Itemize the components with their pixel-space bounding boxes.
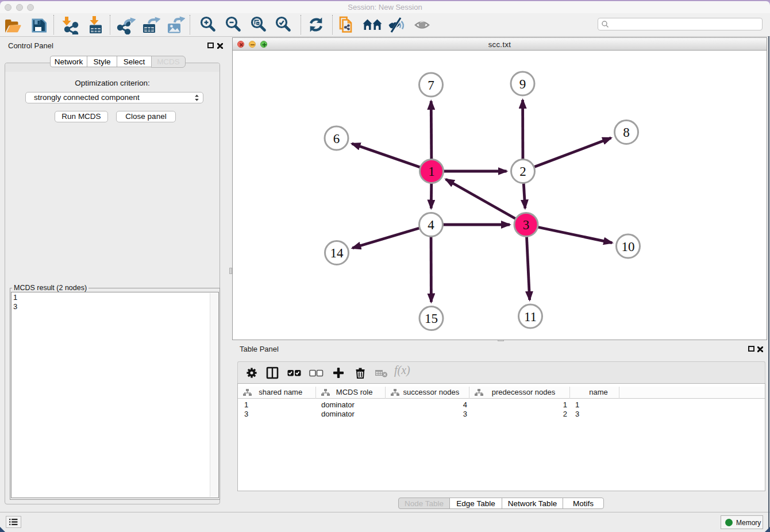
svg-text:15: 15 <box>425 311 438 326</box>
svg-text:4: 4 <box>428 218 434 232</box>
svg-text:3: 3 <box>523 218 530 232</box>
svg-text:10: 10 <box>622 240 635 254</box>
svg-text:14: 14 <box>330 246 344 260</box>
svg-text:2: 2 <box>519 164 526 179</box>
svg-text:8: 8 <box>623 125 630 140</box>
svg-text:11: 11 <box>524 310 537 324</box>
svg-text:9: 9 <box>519 77 526 91</box>
svg-text:1: 1 <box>428 164 435 179</box>
svg-text:6: 6 <box>333 132 340 146</box>
svg-text:7: 7 <box>428 78 434 92</box>
